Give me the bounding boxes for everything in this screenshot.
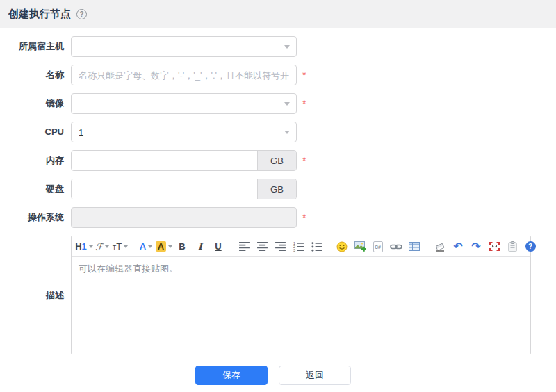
back-button[interactable]: 返回: [279, 366, 351, 385]
highlight-color-icon[interactable]: A: [156, 238, 172, 255]
chevron-down-icon: [284, 131, 290, 134]
required-asterisk: *: [302, 93, 306, 114]
cpu-select-value: 1: [79, 127, 83, 138]
font-color-icon[interactable]: A: [138, 238, 154, 255]
form-row-name: 名称 *: [0, 65, 556, 85]
editor-content[interactable]: 可以在编辑器直接贴图。: [72, 257, 530, 354]
toolbar-separator: [329, 240, 329, 253]
image-label: 镜像: [0, 93, 71, 114]
undo-icon[interactable]: ↶: [450, 238, 466, 255]
table-icon[interactable]: [406, 238, 423, 255]
cpu-label: CPU: [0, 122, 71, 142]
link-icon[interactable]: [388, 238, 404, 255]
host-label: 所属宿主机: [0, 36, 71, 57]
font-family-icon[interactable]: ℱ: [94, 238, 111, 255]
required-asterisk: *: [302, 65, 306, 85]
form-row-description: 描述 H1 ℱ TT A A B I U 123 C#: [0, 236, 556, 354]
host-select[interactable]: [71, 36, 297, 57]
os-input: [71, 207, 297, 228]
description-label: 描述: [0, 285, 71, 306]
form-actions: 保存 返回: [0, 366, 556, 385]
disk-input[interactable]: [72, 179, 257, 199]
unordered-list-icon[interactable]: [308, 238, 325, 255]
page-header: 创建执行节点 ?: [0, 0, 556, 28]
ordered-list-icon[interactable]: 123: [290, 238, 306, 255]
image-select[interactable]: [71, 93, 297, 114]
svg-text:C#: C#: [375, 245, 381, 250]
required-asterisk: *: [302, 207, 306, 228]
form-row-os: 操作系统 *: [0, 207, 556, 228]
richtext-editor: H1 ℱ TT A A B I U 123 C#: [71, 236, 531, 354]
fullscreen-icon[interactable]: [486, 238, 502, 255]
clipboard-icon[interactable]: [504, 238, 521, 255]
editor-toolbar: H1 ℱ TT A A B I U 123 C#: [72, 236, 530, 257]
bold-icon[interactable]: B: [174, 238, 190, 255]
insert-image-icon[interactable]: [352, 238, 368, 255]
remove-format-icon[interactable]: [432, 238, 448, 255]
toolbar-separator: [231, 240, 231, 253]
memory-label: 内存: [0, 150, 71, 171]
help-icon[interactable]: ?: [76, 9, 87, 19]
chevron-down-icon: [284, 102, 290, 106]
disk-label: 硬盘: [0, 179, 71, 199]
underline-icon[interactable]: U: [210, 238, 227, 255]
page-title: 创建执行节点: [8, 8, 71, 21]
required-asterisk: *: [302, 150, 306, 171]
save-button[interactable]: 保存: [195, 366, 268, 385]
memory-unit-addon: GB: [257, 151, 296, 170]
os-label: 操作系统: [0, 207, 71, 228]
form-row-host: 所属宿主机: [0, 36, 556, 57]
help-icon[interactable]: ?: [522, 238, 539, 255]
form-row-cpu: CPU 1: [0, 122, 556, 142]
name-label: 名称: [0, 65, 71, 85]
name-input[interactable]: [71, 65, 297, 85]
disk-unit-addon: GB: [257, 179, 296, 199]
form-row-disk: 硬盘 GB: [0, 179, 556, 199]
svg-text:3: 3: [293, 248, 295, 252]
memory-input[interactable]: [72, 151, 257, 170]
cpu-select[interactable]: 1: [71, 122, 297, 142]
insert-code-icon[interactable]: C#: [370, 238, 386, 255]
align-right-icon[interactable]: [272, 238, 288, 255]
heading-icon[interactable]: H1: [76, 238, 92, 255]
toolbar-separator: [133, 240, 133, 253]
create-node-form: 所属宿主机 名称 * 镜像 * CPU 1: [0, 28, 556, 385]
redo-icon[interactable]: ↷: [468, 238, 484, 255]
chevron-down-icon: [284, 45, 290, 49]
font-size-icon[interactable]: TT: [112, 238, 129, 255]
italic-icon[interactable]: I: [192, 238, 208, 255]
align-left-icon[interactable]: [236, 238, 252, 255]
emoji-icon[interactable]: [334, 238, 350, 255]
form-row-image: 镜像 *: [0, 93, 556, 114]
align-center-icon[interactable]: [254, 238, 270, 255]
toolbar-separator: [427, 240, 427, 253]
form-row-memory: 内存 GB *: [0, 150, 556, 171]
